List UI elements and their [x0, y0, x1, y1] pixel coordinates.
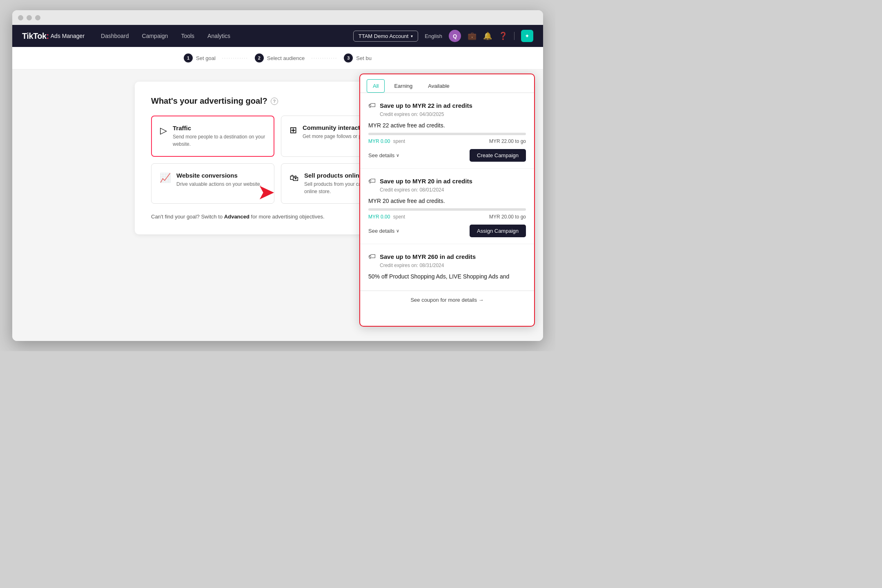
coupon-3-icon: 🏷 [368, 252, 376, 261]
coupon-3-expiry: Credit expires on: 08/31/2024 [368, 263, 526, 268]
step-2-number: 2 [255, 53, 264, 62]
coupon-item-1: 🏷 Save up to MYR 22 in ad credits Credit… [360, 93, 534, 169]
step-2: 2 Select audience [255, 53, 305, 62]
tab-all[interactable]: All [367, 79, 385, 93]
coupon-2-header: 🏷 Save up to MYR 20 in ad credits [368, 177, 526, 185]
arrow-indicator: ➤ [257, 180, 275, 204]
see-details-2[interactable]: See details ∨ [368, 228, 399, 234]
title-bar [12, 10, 543, 25]
coupon-2-expiry: Credit expires on: 08/01/2024 [368, 187, 526, 193]
chevron-down-icon-2: ∨ [396, 228, 399, 234]
coupon-1-to-go: MYR 22.00 to go [489, 138, 526, 144]
avatar[interactable]: Q [449, 30, 461, 42]
language-selector[interactable]: English [425, 33, 442, 39]
nav-divider [514, 32, 514, 40]
coupon-2-credits: MYR 20 active free ad credits. [368, 198, 526, 204]
community-icon: ⊞ [290, 125, 297, 136]
traffic-light-max[interactable] [35, 15, 40, 20]
coupon-3-header: 🏷 Save up to MYR 260 in ad credits [368, 252, 526, 261]
brand-subtitle: Ads Manager [51, 33, 85, 39]
step-3-number: 3 [344, 53, 353, 62]
goal-help-icon[interactable]: ? [271, 98, 278, 105]
coupon-item-3: 🏷 Save up to MYR 260 in ad credits Credi… [360, 244, 534, 291]
goal-desc-traffic: Send more people to a destination on you… [173, 133, 265, 148]
nav-campaign[interactable]: Campaign [142, 33, 168, 39]
traffic-icon: ▷ [160, 125, 167, 136]
top-nav: TikTok: Ads Manager Dashboard Campaign T… [12, 25, 543, 47]
traffic-light-close[interactable] [18, 15, 23, 20]
coupon-3-title: Save up to MYR 260 in ad credits [380, 253, 476, 260]
coupon-2-icon: 🏷 [368, 177, 376, 185]
coupon-2-spent: MYR 0.00 spent [368, 214, 405, 220]
nav-tools[interactable]: Tools [181, 33, 194, 39]
goal-item-conversions-text: Website conversions Drive valuable actio… [176, 172, 261, 188]
popup-tabs: All Earning Available [360, 74, 534, 93]
coupon-item-2: 🏷 Save up to MYR 20 in ad credits Credit… [360, 169, 534, 244]
coupon-1-stats: MYR 0.00 spent MYR 22.00 to go [368, 138, 526, 144]
step-dots-1: ············ [222, 55, 248, 61]
brand-name: TikTok: [22, 31, 49, 41]
see-coupon-bar[interactable]: See coupon for more details → [360, 291, 534, 309]
coupon-1-expiry: Credit expires on: 04/30/2025 [368, 111, 526, 117]
popup-body[interactable]: 🏷 Save up to MYR 22 in ad credits Credit… [360, 93, 534, 326]
goal-name-conversions: Website conversions [176, 172, 261, 179]
coupon-1-icon: 🏷 [368, 101, 376, 110]
see-details-1[interactable]: See details ∨ [368, 152, 399, 158]
main-area: 1 Set goal ············ 2 Select audienc… [12, 47, 543, 341]
sell-icon: 🛍 [290, 173, 298, 183]
goal-item-conversions[interactable]: 📈 Website conversions Drive valuable act… [151, 163, 274, 204]
step-dots-2: ············ [311, 55, 337, 61]
assign-campaign-button[interactable]: Assign Campaign [470, 225, 526, 237]
coupon-1-spent: MYR 0.00 spent [368, 138, 405, 144]
coupon-1-title: Save up to MYR 22 in ad credits [380, 102, 472, 109]
step-1: 1 Set goal [184, 53, 216, 62]
traffic-light-min[interactable] [27, 15, 32, 20]
nav-analytics[interactable]: Analytics [207, 33, 230, 39]
tiktok-shortcut-icon[interactable]: ✦ [521, 30, 533, 42]
help-icon[interactable]: ❓ [499, 31, 508, 40]
account-selector[interactable]: TTAM Demo Account ▾ [353, 31, 419, 42]
step-3: 3 Set bu [344, 53, 372, 62]
content-body: What's your advertising goal? ? ▷ Traffi… [12, 69, 543, 341]
nav-links: Dashboard Campaign Tools Analytics [101, 33, 353, 39]
goal-name-traffic: Traffic [173, 125, 265, 131]
coupon-3-credits: 50% off Product Shopping Ads, LIVE Shopp… [368, 273, 526, 280]
coupon-1-credits: MYR 22 active free ad credits. [368, 122, 526, 129]
nav-dashboard[interactable]: Dashboard [101, 33, 129, 39]
nav-right: TTAM Demo Account ▾ English Q 💼 🔔 ❓ ✦ [353, 30, 533, 42]
conversions-icon: 📈 [160, 173, 171, 183]
coupon-2-to-go: MYR 20.00 to go [489, 214, 526, 220]
goal-item-traffic[interactable]: ▷ Traffic Send more people to a destinat… [151, 116, 274, 157]
tab-available[interactable]: Available [422, 79, 456, 93]
step-bar: 1 Set goal ············ 2 Select audienc… [12, 47, 543, 69]
app-window: TikTok: Ads Manager Dashboard Campaign T… [12, 10, 543, 341]
brand: TikTok: Ads Manager [22, 31, 85, 41]
coupon-1-progress-bg [368, 133, 526, 135]
chevron-down-icon-1: ∨ [396, 153, 399, 158]
coupon-2-progress-bg [368, 208, 526, 211]
popup-panel: All Earning Available 🏷 Save up to MYR 2… [359, 74, 535, 327]
step-1-number: 1 [184, 53, 193, 62]
step-3-label: Set bu [356, 55, 372, 61]
goal-item-traffic-text: Traffic Send more people to a destinatio… [173, 125, 265, 148]
coupon-2-title: Save up to MYR 20 in ad credits [380, 178, 472, 185]
goal-desc-conversions: Drive valuable actions on your website. [176, 180, 261, 188]
coupon-1-header: 🏷 Save up to MYR 22 in ad credits [368, 101, 526, 110]
create-campaign-button[interactable]: Create Campaign [470, 149, 526, 162]
advanced-link[interactable]: Advanced [224, 214, 249, 220]
coupon-2-stats: MYR 0.00 spent MYR 20.00 to go [368, 214, 526, 220]
tab-earning[interactable]: Earning [388, 79, 419, 93]
step-1-label: Set goal [196, 55, 216, 61]
step-2-label: Select audience [267, 55, 305, 61]
chevron-down-icon: ▾ [411, 34, 413, 38]
coupon-2-footer: See details ∨ Assign Campaign [368, 225, 526, 237]
bell-icon[interactable]: 🔔 [483, 31, 492, 40]
briefcase-icon[interactable]: 💼 [468, 31, 477, 40]
coupon-1-footer: See details ∨ Create Campaign [368, 149, 526, 162]
